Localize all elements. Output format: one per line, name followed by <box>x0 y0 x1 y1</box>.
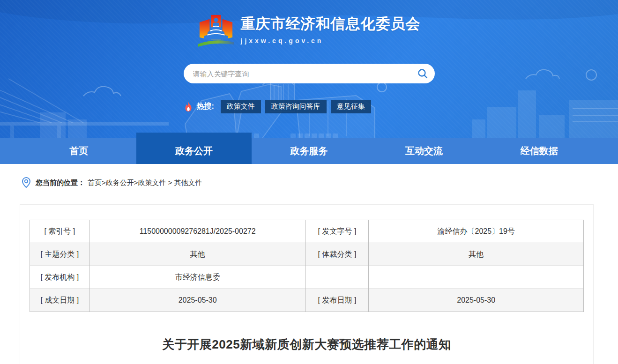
meta-row-category: [ 主题分类 ] 其他 [ 体裁分类 ] 其他 <box>30 243 584 266</box>
main-nav: 首页 政务公开 政务服务 互动交流 经信数据 <box>0 138 618 164</box>
article-title: 关于开展2025新域新质创新大赛预选推荐工作的通知 <box>30 336 584 353</box>
meta-label-cell: [ 发布机构 ] <box>30 266 90 289</box>
search-input[interactable] <box>184 64 435 83</box>
search-button[interactable] <box>417 68 428 79</box>
document-meta-table: [ 索引号 ] 11500000009276281J/2025-00272 [ … <box>30 220 584 312</box>
breadcrumb-path[interactable]: 首页>政务公开>政策文件 > 其他文件 <box>88 178 202 187</box>
meta-label-cell: [ 发布日期 ] <box>305 289 369 312</box>
hot-search-label: 热搜: <box>197 102 214 111</box>
meta-label-cell <box>305 266 369 289</box>
nav-item-interaction[interactable]: 互动交流 <box>366 138 482 164</box>
location-pin-icon <box>21 177 31 189</box>
site-url: jjxxw.cq.gov.cn <box>241 37 421 45</box>
meta-label-cell: [ 索引号 ] <box>30 220 90 243</box>
site-brand[interactable]: 重庆市经济和信息化委员会 jjxxw.cq.gov.cn <box>0 0 618 50</box>
search-icon <box>417 68 428 79</box>
hot-search-item-policy-files[interactable]: 政策文件 <box>221 100 261 113</box>
hot-search-row: 热搜: 政策文件 政策咨询问答库 意见征集 <box>184 100 435 113</box>
nav-item-gov-disclosure[interactable]: 政务公开 <box>136 133 252 164</box>
meta-value-cell: 11500000009276281J/2025-00272 <box>89 220 305 243</box>
nav-item-gov-services[interactable]: 政务服务 <box>252 138 367 164</box>
meta-label-cell: [ 成文日期 ] <box>30 289 90 312</box>
meta-label-cell: [ 发文字号 ] <box>305 220 369 243</box>
hot-search-item-opinions[interactable]: 意见征集 <box>331 100 371 113</box>
meta-label-cell: [ 体裁分类 ] <box>305 243 369 266</box>
site-banner: 重庆市经济和信息化委员会 jjxxw.cq.gov.cn 热搜: 政策文件 政策… <box>0 0 618 138</box>
breadcrumb: 您当前的位置： 首页>政务公开>政策文件 > 其他文件 <box>21 177 618 189</box>
meta-value-cell: 2025-05-30 <box>369 289 584 312</box>
breadcrumb-prefix: 您当前的位置： <box>36 178 85 187</box>
meta-row-index: [ 索引号 ] 11500000009276281J/2025-00272 [ … <box>30 220 584 243</box>
meta-value-cell: 市经济信息委 <box>89 266 305 289</box>
meta-value-cell: 其他 <box>369 243 584 266</box>
search-bar <box>184 64 435 83</box>
document-card: [ 索引号 ] 11500000009276281J/2025-00272 [ … <box>20 204 594 364</box>
meta-value-cell <box>369 266 584 289</box>
nav-item-home[interactable]: 首页 <box>22 138 137 164</box>
meta-value-cell: 2025-05-30 <box>89 289 305 312</box>
meta-value-cell: 其他 <box>89 243 305 266</box>
site-title: 重庆市经济和信息化委员会 <box>241 14 421 34</box>
hot-search-item-policy-qa[interactable]: 政策咨询问答库 <box>265 100 327 113</box>
flame-icon <box>184 101 193 112</box>
site-logo-icon <box>198 11 234 50</box>
meta-label-cell: [ 主题分类 ] <box>30 243 90 266</box>
meta-row-agency: [ 发布机构 ] 市经济信息委 <box>30 266 584 289</box>
meta-value-cell: 渝经信办〔2025〕19号 <box>369 220 584 243</box>
meta-row-dates: [ 成文日期 ] 2025-05-30 [ 发布日期 ] 2025-05-30 <box>30 289 584 312</box>
nav-item-data[interactable]: 经信数据 <box>482 138 597 164</box>
